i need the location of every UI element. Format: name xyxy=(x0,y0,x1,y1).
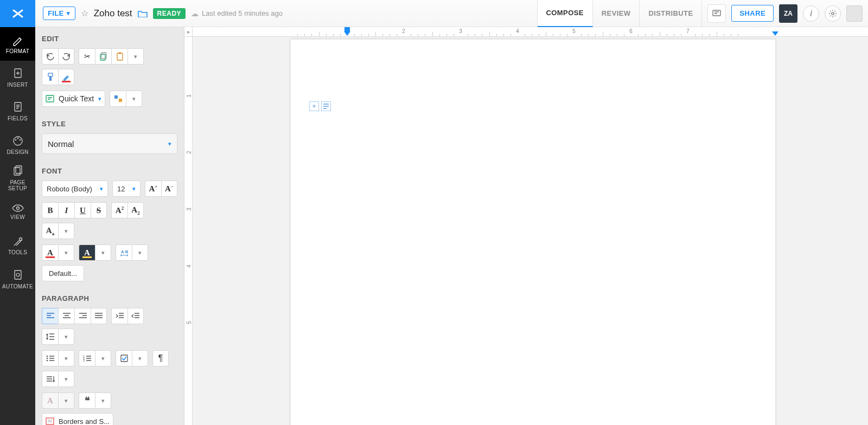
zia-assistant-button[interactable]: ZA xyxy=(779,4,797,23)
redo-button[interactable] xyxy=(58,48,74,65)
highlight-button[interactable]: A xyxy=(79,244,95,261)
indent-decrease-button[interactable] xyxy=(127,308,144,324)
ruler-corner[interactable]: ▸ xyxy=(184,27,193,37)
svg-rect-22 xyxy=(119,99,122,102)
change-case-button[interactable]: Aa xyxy=(42,223,58,239)
text-direction-button[interactable] xyxy=(42,371,58,387)
paste-button[interactable] xyxy=(111,48,127,65)
undo-button[interactable] xyxy=(42,48,58,65)
rail-format[interactable]: FORMAT xyxy=(0,27,35,61)
bullet-list-button[interactable] xyxy=(42,350,58,366)
svg-rect-30 xyxy=(121,355,127,362)
rail-fields-label: FIELDS xyxy=(8,115,28,121)
star-icon[interactable]: ☆ xyxy=(81,8,88,18)
chevron-down-icon: ▾ xyxy=(65,333,68,340)
document-title[interactable]: Zoho test xyxy=(94,8,132,19)
find-replace-button[interactable] xyxy=(110,91,126,107)
cut-button[interactable]: ✂ xyxy=(79,48,95,65)
horizontal-ruler[interactable]: 1234567 xyxy=(193,27,868,37)
bullet-list-dropdown[interactable]: ▾ xyxy=(58,350,74,366)
chevron-down-icon: ▾ xyxy=(65,249,68,256)
blockquote-dropdown[interactable]: ▾ xyxy=(95,392,111,409)
quick-text-button[interactable]: Quick Text ▾ xyxy=(42,91,105,107)
align-left-button[interactable] xyxy=(42,308,58,324)
blockquote-button[interactable]: ❝ xyxy=(79,392,95,409)
app-logo[interactable] xyxy=(0,0,35,27)
chevron-down-icon: ▾ xyxy=(100,185,103,192)
rail-automate[interactable]: AUTOMATE xyxy=(0,262,35,296)
drop-cap-dropdown[interactable]: ▾ xyxy=(58,392,74,409)
comments-panel-button[interactable] xyxy=(707,4,726,23)
gear-icon[interactable] xyxy=(825,5,841,22)
borders-shading-button[interactable]: Borders and S... xyxy=(42,413,113,425)
highlight-dropdown[interactable]: ▾ xyxy=(95,244,111,261)
font-color-button[interactable]: A xyxy=(42,244,58,261)
chevron-down-icon: ▾ xyxy=(138,249,142,256)
drop-cap-button[interactable]: A xyxy=(42,392,58,409)
paragraph-mark-button[interactable]: ¶ xyxy=(152,350,169,366)
copy-button[interactable] xyxy=(95,48,111,65)
style-value: Normal xyxy=(48,139,74,149)
add-content-icon[interactable]: + xyxy=(309,101,319,111)
rail-page-setup[interactable]: PAGE SETUP xyxy=(0,162,35,195)
default-spacing-button[interactable]: Default... xyxy=(42,265,84,281)
align-center-icon xyxy=(62,313,71,319)
paste-dropdown[interactable]: ▾ xyxy=(127,48,144,65)
rail-fields[interactable]: FIELDS xyxy=(0,94,35,128)
align-center-button[interactable] xyxy=(58,308,74,324)
highlight-icon: A xyxy=(84,248,90,257)
checklist-dropdown[interactable]: ▾ xyxy=(132,350,148,366)
font-size-select[interactable]: 12 ▾ xyxy=(112,181,141,197)
svg-rect-18 xyxy=(48,73,53,76)
numbered-list-button[interactable]: 123 xyxy=(79,350,95,366)
char-spacing-dropdown[interactable]: ▾ xyxy=(132,244,148,261)
rail-view[interactable]: VIEW xyxy=(0,195,35,229)
text-direction-dropdown[interactable]: ▾ xyxy=(58,371,74,387)
decrease-font-button[interactable]: A− xyxy=(161,181,177,197)
bullet-list-icon xyxy=(46,355,55,362)
document-page[interactable]: + xyxy=(290,39,776,425)
avatar[interactable] xyxy=(846,5,863,22)
checklist-button[interactable] xyxy=(116,350,132,366)
tab-compose[interactable]: COMPOSE xyxy=(538,0,593,27)
vertical-ruler[interactable]: 12345 xyxy=(184,37,193,425)
style-select[interactable]: Normal ▾ xyxy=(42,133,177,154)
tab-review[interactable]: REVIEW xyxy=(593,0,640,27)
right-indent-marker[interactable] xyxy=(772,31,778,36)
italic-button[interactable]: I xyxy=(58,202,74,218)
view-icon xyxy=(12,204,24,212)
subscript-button[interactable]: A2 xyxy=(127,202,144,218)
ruler-tick: 3 xyxy=(186,204,192,215)
svg-rect-20 xyxy=(46,95,54,102)
ruler-tick: 6 xyxy=(629,28,633,34)
tab-distribute[interactable]: DISTRIBUTE xyxy=(640,0,701,27)
find-replace-dropdown[interactable]: ▾ xyxy=(126,91,142,107)
folder-icon[interactable] xyxy=(138,10,148,17)
line-spacing-dropdown[interactable]: ▾ xyxy=(58,329,74,345)
increase-font-button[interactable]: A+ xyxy=(145,181,161,197)
share-button[interactable]: SHARE xyxy=(731,5,774,22)
font-family-select[interactable]: Roboto (Body) ▾ xyxy=(42,181,108,197)
change-case-dropdown[interactable]: ▾ xyxy=(58,223,74,239)
clear-format-button[interactable] xyxy=(58,69,74,85)
align-right-button[interactable] xyxy=(74,308,91,324)
bold-button[interactable]: B xyxy=(42,202,58,218)
char-spacing-button[interactable]: A B xyxy=(116,244,132,261)
underline-button[interactable]: U xyxy=(74,202,91,218)
numbered-list-dropdown[interactable]: ▾ xyxy=(95,350,111,366)
file-menu-button[interactable]: FILE ▾ xyxy=(43,7,75,20)
rail-design[interactable]: DESIGN xyxy=(0,128,35,162)
strikethrough-button[interactable]: S xyxy=(91,202,107,218)
indent-increase-button[interactable] xyxy=(111,308,127,324)
rail-tools[interactable]: TOOLS xyxy=(0,229,35,262)
indent-marker[interactable] xyxy=(344,31,350,36)
align-justify-button[interactable] xyxy=(91,308,107,324)
format-painter-button[interactable] xyxy=(42,69,58,85)
info-icon[interactable]: i xyxy=(803,5,819,22)
line-spacing-button[interactable] xyxy=(42,329,58,345)
superscript-button[interactable]: A2 xyxy=(111,202,127,218)
content-outline-icon[interactable] xyxy=(321,101,331,111)
indent-marker[interactable] xyxy=(344,27,350,31)
rail-insert[interactable]: INSERT xyxy=(0,61,35,94)
font-color-dropdown[interactable]: ▾ xyxy=(58,244,74,261)
